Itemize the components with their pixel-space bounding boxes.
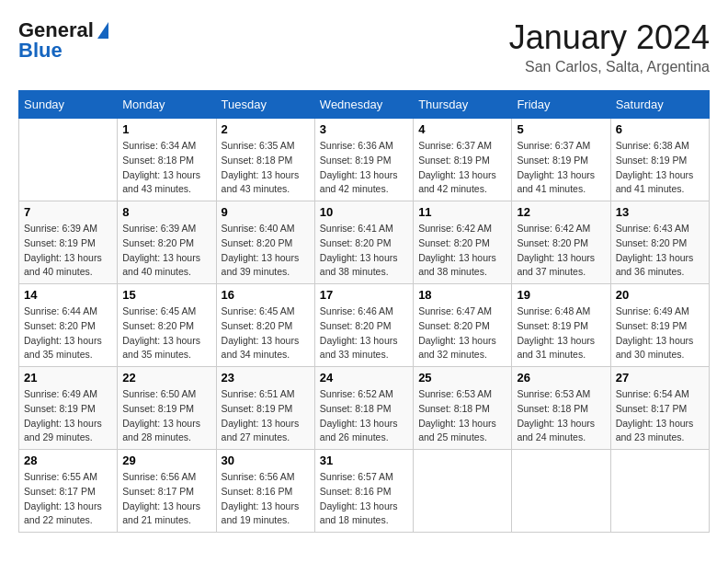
day-number: 7: [24, 205, 112, 219]
cell-info: Sunrise: 6:38 AM Sunset: 8:19 PM Dayligh…: [616, 139, 704, 197]
logo: General Blue: [18, 18, 108, 63]
cell-info: Sunrise: 6:54 AM Sunset: 8:17 PM Dayligh…: [616, 387, 704, 445]
calendar-cell: 25Sunrise: 6:53 AM Sunset: 8:18 PM Dayli…: [414, 367, 512, 450]
cell-info: Sunrise: 6:49 AM Sunset: 8:19 PM Dayligh…: [616, 304, 704, 362]
col-header-saturday: Saturday: [610, 91, 709, 119]
calendar-cell: 27Sunrise: 6:54 AM Sunset: 8:17 PM Dayli…: [610, 367, 709, 450]
cell-info: Sunrise: 6:49 AM Sunset: 8:19 PM Dayligh…: [24, 387, 112, 445]
calendar-cell: [610, 450, 709, 533]
calendar-table: SundayMondayTuesdayWednesdayThursdayFrid…: [18, 90, 710, 533]
cell-info: Sunrise: 6:37 AM Sunset: 8:19 PM Dayligh…: [517, 139, 605, 197]
day-number: 30: [222, 454, 310, 467]
calendar-cell: 22Sunrise: 6:50 AM Sunset: 8:19 PM Dayli…: [118, 367, 216, 450]
calendar-cell: 23Sunrise: 6:51 AM Sunset: 8:19 PM Dayli…: [216, 367, 314, 450]
day-number: 11: [418, 205, 506, 219]
cell-info: Sunrise: 6:56 AM Sunset: 8:16 PM Dayligh…: [222, 470, 310, 528]
calendar-cell: 19Sunrise: 6:48 AM Sunset: 8:19 PM Dayli…: [512, 284, 610, 367]
day-number: 23: [222, 371, 310, 385]
cell-info: Sunrise: 6:39 AM Sunset: 8:19 PM Dayligh…: [24, 222, 112, 280]
day-number: 19: [517, 288, 605, 302]
month-title: January 2024: [509, 18, 710, 57]
day-number: 28: [24, 454, 112, 467]
cell-info: Sunrise: 6:45 AM Sunset: 8:20 PM Dayligh…: [122, 304, 210, 362]
cell-info: Sunrise: 6:35 AM Sunset: 8:18 PM Dayligh…: [222, 139, 310, 197]
col-header-friday: Friday: [512, 91, 610, 119]
cell-info: Sunrise: 6:40 AM Sunset: 8:20 PM Dayligh…: [222, 222, 310, 280]
calendar-cell: 17Sunrise: 6:46 AM Sunset: 8:20 PM Dayli…: [314, 284, 413, 367]
calendar-cell: 4Sunrise: 6:37 AM Sunset: 8:19 PM Daylig…: [414, 119, 512, 201]
cell-info: Sunrise: 6:57 AM Sunset: 8:16 PM Dayligh…: [320, 470, 408, 528]
calendar-cell: 2Sunrise: 6:35 AM Sunset: 8:18 PM Daylig…: [216, 119, 314, 201]
cell-info: Sunrise: 6:51 AM Sunset: 8:19 PM Dayligh…: [222, 387, 310, 445]
cell-info: Sunrise: 6:56 AM Sunset: 8:17 PM Dayligh…: [122, 470, 210, 528]
calendar-header-row: SundayMondayTuesdayWednesdayThursdayFrid…: [19, 91, 710, 119]
cell-info: Sunrise: 6:46 AM Sunset: 8:20 PM Dayligh…: [320, 304, 408, 362]
cell-info: Sunrise: 6:34 AM Sunset: 8:18 PM Dayligh…: [122, 139, 210, 197]
calendar-cell: 20Sunrise: 6:49 AM Sunset: 8:19 PM Dayli…: [610, 284, 709, 367]
calendar-cell: 3Sunrise: 6:36 AM Sunset: 8:19 PM Daylig…: [314, 119, 413, 201]
day-number: 15: [122, 288, 210, 302]
calendar-cell: 29Sunrise: 6:56 AM Sunset: 8:17 PM Dayli…: [118, 450, 216, 533]
calendar-week-row: 1Sunrise: 6:34 AM Sunset: 8:18 PM Daylig…: [19, 119, 710, 201]
location-subtitle: San Carlos, Salta, Argentina: [509, 59, 710, 75]
calendar-cell: 7Sunrise: 6:39 AM Sunset: 8:19 PM Daylig…: [19, 201, 118, 284]
header: General Blue January 2024 San Carlos, Sa…: [18, 18, 710, 75]
cell-info: Sunrise: 6:42 AM Sunset: 8:20 PM Dayligh…: [517, 222, 605, 280]
col-header-thursday: Thursday: [414, 91, 512, 119]
day-number: 29: [122, 454, 210, 467]
cell-info: Sunrise: 6:47 AM Sunset: 8:20 PM Dayligh…: [418, 304, 506, 362]
cell-info: Sunrise: 6:53 AM Sunset: 8:18 PM Dayligh…: [517, 387, 605, 445]
calendar-cell: [19, 119, 118, 201]
day-number: 8: [122, 205, 210, 219]
cell-info: Sunrise: 6:44 AM Sunset: 8:20 PM Dayligh…: [24, 304, 112, 362]
day-number: 10: [320, 205, 408, 219]
col-header-sunday: Sunday: [19, 91, 118, 119]
cell-info: Sunrise: 6:37 AM Sunset: 8:19 PM Dayligh…: [418, 139, 506, 197]
day-number: 9: [222, 205, 310, 219]
cell-info: Sunrise: 6:43 AM Sunset: 8:20 PM Dayligh…: [616, 222, 704, 280]
col-header-wednesday: Wednesday: [314, 91, 413, 119]
calendar-cell: 15Sunrise: 6:45 AM Sunset: 8:20 PM Dayli…: [118, 284, 216, 367]
cell-info: Sunrise: 6:36 AM Sunset: 8:19 PM Dayligh…: [320, 139, 408, 197]
day-number: 21: [24, 371, 112, 385]
calendar-cell: 9Sunrise: 6:40 AM Sunset: 8:20 PM Daylig…: [216, 201, 314, 284]
day-number: 18: [418, 288, 506, 302]
calendar-cell: 8Sunrise: 6:39 AM Sunset: 8:20 PM Daylig…: [118, 201, 216, 284]
cell-info: Sunrise: 6:52 AM Sunset: 8:18 PM Dayligh…: [320, 387, 408, 445]
cell-info: Sunrise: 6:50 AM Sunset: 8:19 PM Dayligh…: [122, 387, 210, 445]
calendar-week-row: 7Sunrise: 6:39 AM Sunset: 8:19 PM Daylig…: [19, 201, 710, 284]
day-number: 3: [320, 122, 408, 136]
calendar-cell: 5Sunrise: 6:37 AM Sunset: 8:19 PM Daylig…: [512, 119, 610, 201]
calendar-cell: 6Sunrise: 6:38 AM Sunset: 8:19 PM Daylig…: [610, 119, 709, 201]
cell-info: Sunrise: 6:42 AM Sunset: 8:20 PM Dayligh…: [418, 222, 506, 280]
day-number: 2: [222, 122, 310, 136]
calendar-cell: 26Sunrise: 6:53 AM Sunset: 8:18 PM Dayli…: [512, 367, 610, 450]
day-number: 12: [517, 205, 605, 219]
calendar-cell: 10Sunrise: 6:41 AM Sunset: 8:20 PM Dayli…: [314, 201, 413, 284]
day-number: 25: [418, 371, 506, 385]
calendar-cell: [512, 450, 610, 533]
day-number: 6: [616, 122, 704, 136]
day-number: 16: [222, 288, 310, 302]
day-number: 17: [320, 288, 408, 302]
day-number: 1: [122, 122, 210, 136]
calendar-cell: 11Sunrise: 6:42 AM Sunset: 8:20 PM Dayli…: [414, 201, 512, 284]
day-number: 24: [320, 371, 408, 385]
day-number: 26: [517, 371, 605, 385]
calendar-cell: 13Sunrise: 6:43 AM Sunset: 8:20 PM Dayli…: [610, 201, 709, 284]
calendar-cell: 31Sunrise: 6:57 AM Sunset: 8:16 PM Dayli…: [314, 450, 413, 533]
day-number: 31: [320, 454, 408, 467]
calendar-week-row: 28Sunrise: 6:55 AM Sunset: 8:17 PM Dayli…: [19, 450, 710, 533]
calendar-cell: 18Sunrise: 6:47 AM Sunset: 8:20 PM Dayli…: [414, 284, 512, 367]
calendar-cell: 1Sunrise: 6:34 AM Sunset: 8:18 PM Daylig…: [118, 119, 216, 201]
calendar-cell: 24Sunrise: 6:52 AM Sunset: 8:18 PM Dayli…: [314, 367, 413, 450]
calendar-cell: 14Sunrise: 6:44 AM Sunset: 8:20 PM Dayli…: [19, 284, 118, 367]
cell-info: Sunrise: 6:55 AM Sunset: 8:17 PM Dayligh…: [24, 470, 112, 528]
calendar-cell: 30Sunrise: 6:56 AM Sunset: 8:16 PM Dayli…: [216, 450, 314, 533]
cell-info: Sunrise: 6:41 AM Sunset: 8:20 PM Dayligh…: [320, 222, 408, 280]
day-number: 4: [418, 122, 506, 136]
calendar-cell: 28Sunrise: 6:55 AM Sunset: 8:17 PM Dayli…: [19, 450, 118, 533]
col-header-tuesday: Tuesday: [216, 91, 314, 119]
calendar-week-row: 21Sunrise: 6:49 AM Sunset: 8:19 PM Dayli…: [19, 367, 710, 450]
calendar-week-row: 14Sunrise: 6:44 AM Sunset: 8:20 PM Dayli…: [19, 284, 710, 367]
